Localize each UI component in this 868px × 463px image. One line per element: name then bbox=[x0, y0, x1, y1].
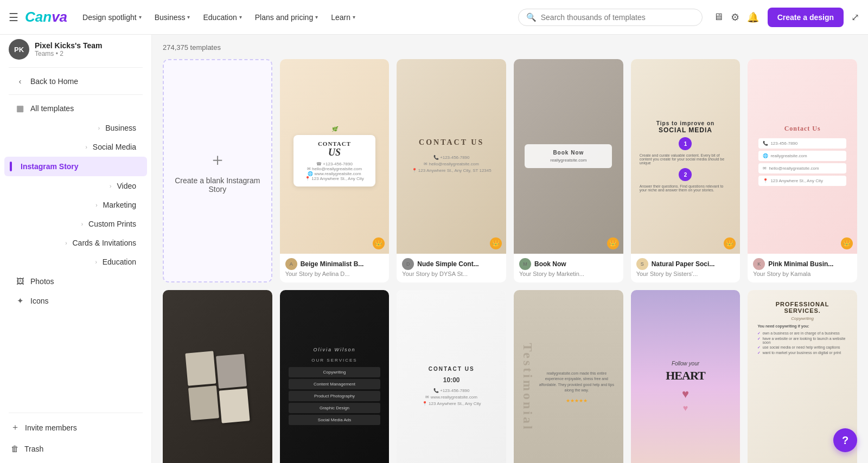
premium-badge: 👑 bbox=[841, 237, 853, 249]
card-subtitle: Your Story by Aelina D... bbox=[285, 271, 384, 277]
active-indicator bbox=[10, 162, 12, 171]
nav-design-spotlight[interactable]: Design spotlight ▾ bbox=[78, 10, 146, 25]
expand-icon[interactable]: ⤢ bbox=[851, 11, 859, 23]
sidebar-item-custom-prints[interactable]: › Custom Prints bbox=[4, 215, 147, 233]
user-name: Pixel Kicks's Team bbox=[35, 41, 102, 50]
card-thumbnail: Olivia Wilson OUR SERVICES Copywriting C… bbox=[280, 290, 390, 463]
sidebar-item-education[interactable]: › Education bbox=[4, 253, 147, 271]
settings-icon[interactable]: ⚙ bbox=[731, 11, 739, 23]
card-title: Beige Minimalist B... bbox=[301, 260, 364, 268]
card-info: D Nude Simple Cont... Your Story by DYSA… bbox=[397, 254, 506, 282]
sidebar-divider bbox=[9, 67, 143, 68]
card-thumbnail: Contact Us 📞 123-456-7890 🌐 reallygreats… bbox=[748, 59, 857, 254]
user-section: PK Pixel Kicks's Team Teams • 2 bbox=[0, 35, 151, 64]
header-icons: 🖥 ⚙ 🔔 bbox=[713, 11, 759, 23]
body-wrap: PK Pixel Kicks's Team Teams • 2 ‹ Back t… bbox=[0, 35, 868, 463]
card-thumbnail: CONTACT US 📞 +123-456-7890 ✉ hello@reall… bbox=[397, 59, 506, 254]
card-avatar: A bbox=[285, 258, 297, 270]
photos-icon: 🖼 bbox=[15, 276, 25, 286]
plus-icon: ＋ bbox=[209, 148, 226, 172]
card-info: A Beige Minimalist B... Your Story by Ae… bbox=[280, 254, 390, 282]
nav-education[interactable]: Education ▾ bbox=[199, 10, 246, 25]
search-bar[interactable]: 🔍 bbox=[518, 9, 703, 26]
template-card-testimonial[interactable]: Testimonial reallygreatsite.com made thi… bbox=[514, 290, 623, 463]
card-subtitle: Your Story by Sisters'... bbox=[636, 271, 735, 277]
premium-badge: 👑 bbox=[607, 237, 619, 249]
sidebar-item-instagram-story[interactable]: Instagram Story bbox=[4, 157, 147, 176]
blank-template-card[interactable]: ＋ Create a blank Instagram Story bbox=[163, 59, 272, 282]
user-info: Pixel Kicks's Team Teams • 2 bbox=[35, 41, 102, 57]
icons-icon: ✦ bbox=[15, 296, 25, 306]
main-content: 274,375 templates ＋ Create a blank Insta… bbox=[152, 35, 868, 463]
sidebar-item-video[interactable]: › Video bbox=[4, 177, 147, 195]
card-thumbnail: CONTACT US 10:00 📞 +123-456-7890 ✉ www.r… bbox=[397, 290, 506, 463]
card-info: S Natural Paper Soci... Your Story by Si… bbox=[631, 254, 741, 282]
sidebar-item-business[interactable]: › Business bbox=[4, 119, 147, 137]
card-title: Nude Simple Cont... bbox=[417, 260, 478, 268]
nav-business[interactable]: Business ▾ bbox=[150, 10, 195, 25]
create-design-button[interactable]: Create a design bbox=[768, 8, 844, 27]
sidebar-item-social-media[interactable]: › Social Media bbox=[4, 138, 147, 156]
nav-learn[interactable]: Learn ▾ bbox=[327, 10, 360, 25]
template-card-nude-simple[interactable]: CONTACT US 📞 +123-456-7890 ✉ hello@reall… bbox=[397, 59, 506, 282]
card-avatar: M bbox=[519, 258, 531, 270]
trash-icon: 🗑 bbox=[11, 444, 19, 453]
menu-icon[interactable]: ☰ bbox=[9, 11, 18, 24]
search-input[interactable] bbox=[541, 13, 694, 22]
invite-members-button[interactable]: ＋ Invite members bbox=[0, 417, 151, 438]
chevron-right-icon: › bbox=[110, 183, 111, 189]
sidebar-item-cards-invitations[interactable]: › Cards & Invitations bbox=[4, 234, 147, 252]
template-card-photo-collage[interactable]: Photo Collage Story Your Story bbox=[163, 290, 272, 463]
card-info: M Book Now Your Story by Marketin... bbox=[514, 254, 623, 282]
template-card-book-now[interactable]: Book Now reallygreatsite.com 👑 M Book No… bbox=[514, 59, 623, 282]
card-thumbnail: Book Now reallygreatsite.com 👑 bbox=[514, 59, 623, 254]
sidebar-item-marketing[interactable]: › Marketing bbox=[4, 196, 147, 214]
template-card-services-dark[interactable]: Olivia Wilson OUR SERVICES Copywriting C… bbox=[280, 290, 390, 463]
chevron-down-icon: ▾ bbox=[239, 14, 242, 20]
chevron-right-icon: › bbox=[98, 125, 100, 131]
template-card-pink-minimal[interactable]: Contact Us 📞 123-456-7890 🌐 reallygreats… bbox=[748, 59, 857, 282]
card-avatar: S bbox=[636, 258, 648, 270]
logo[interactable]: Canva bbox=[25, 9, 67, 25]
header: ☰ Canva Design spotlight ▾ Business ▾ Ed… bbox=[0, 0, 868, 35]
template-card-follow-heart[interactable]: Follow your HEART ♥ ♥ Follow Your Heart … bbox=[631, 290, 741, 463]
user-meta: Teams • 2 bbox=[35, 50, 102, 57]
template-count: 274,375 templates bbox=[163, 43, 857, 52]
chevron-right-icon: › bbox=[81, 221, 83, 227]
trash-button[interactable]: 🗑 Trash bbox=[0, 439, 151, 458]
monitor-icon[interactable]: 🖥 bbox=[713, 11, 723, 23]
card-subtitle: Your Story by Marketin... bbox=[519, 271, 618, 277]
sidebar-back-home[interactable]: ‹ Back to Home bbox=[4, 72, 147, 91]
card-title: Pink Minimal Busin... bbox=[768, 260, 833, 268]
card-subtitle: Your Story by Kamala bbox=[753, 271, 852, 277]
card-thumbnail: Testimonial reallygreatsite.com made thi… bbox=[514, 290, 623, 463]
template-card-contact-white[interactable]: CONTACT US 10:00 📞 +123-456-7890 ✉ www.r… bbox=[397, 290, 506, 463]
card-title: Book Now bbox=[534, 260, 566, 268]
card-avatar: K bbox=[753, 258, 765, 270]
back-icon: ‹ bbox=[15, 76, 25, 86]
bell-icon[interactable]: 🔔 bbox=[747, 11, 759, 23]
sidebar: PK Pixel Kicks's Team Teams • 2 ‹ Back t… bbox=[0, 35, 152, 463]
card-thumbnail: 🌿 CONTACT US ☎ +123-456-7890 ✉ hello@rea… bbox=[280, 59, 390, 254]
chevron-down-icon: ▾ bbox=[187, 14, 190, 20]
chevron-right-icon: › bbox=[95, 259, 97, 265]
card-info: K Pink Minimal Busin... Your Story by Ka… bbox=[748, 254, 857, 282]
nav-plans-pricing[interactable]: Plans and pricing ▾ bbox=[251, 10, 322, 25]
blank-label: Create a blank Instagram Story bbox=[173, 176, 263, 194]
chevron-down-icon: ▾ bbox=[139, 14, 142, 20]
card-thumbnail: Follow your HEART ♥ ♥ bbox=[631, 290, 741, 463]
sidebar-item-icons[interactable]: ✦ Icons bbox=[4, 291, 147, 311]
sidebar-item-photos[interactable]: 🖼 Photos bbox=[4, 272, 147, 291]
template-card-beige-minimalist[interactable]: 🌿 CONTACT US ☎ +123-456-7890 ✉ hello@rea… bbox=[280, 59, 390, 282]
template-card-natural-paper[interactable]: Tips to improve on SOCIAL MEDIA 1 Create… bbox=[631, 59, 741, 282]
help-button[interactable]: ? bbox=[833, 428, 857, 452]
search-icon: 🔍 bbox=[526, 12, 537, 22]
avatar: PK bbox=[9, 39, 29, 60]
card-title: Natural Paper Soci... bbox=[652, 260, 715, 268]
card-subtitle: Your Story by DYSA St... bbox=[402, 271, 501, 277]
card-avatar: D bbox=[402, 258, 414, 270]
sidebar-item-all-templates[interactable]: ▦ All templates bbox=[4, 99, 147, 118]
sidebar-divider-2 bbox=[9, 94, 143, 95]
chevron-down-icon: ▾ bbox=[353, 14, 355, 20]
premium-badge: 👑 bbox=[373, 237, 385, 249]
